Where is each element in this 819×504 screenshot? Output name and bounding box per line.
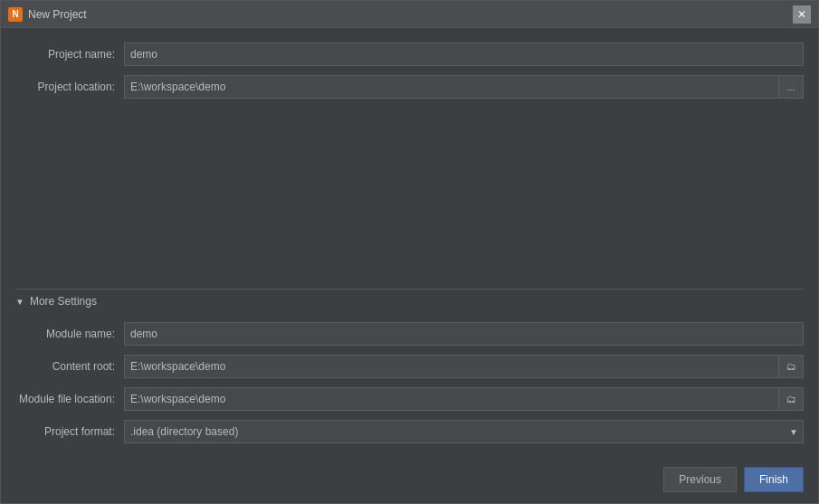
- more-settings-header[interactable]: ▼ More Settings: [15, 289, 804, 313]
- module-name-label: Module name:: [15, 328, 124, 340]
- module-file-location-browse-button[interactable]: 🗂: [778, 387, 804, 411]
- project-name-row: Project name:: [15, 43, 804, 66]
- module-file-location-label: Module file location:: [15, 393, 124, 405]
- dialog-title: New Project: [28, 8, 793, 21]
- project-name-input[interactable]: [124, 43, 804, 66]
- more-settings-section: ▼ More Settings Module name: Content roo…: [15, 289, 804, 452]
- content-spacer: [15, 108, 804, 289]
- project-format-row: Project format: .idea (directory based) …: [15, 420, 804, 443]
- collapse-arrow-icon: ▼: [15, 297, 24, 307]
- project-format-dropdown-wrapper: .idea (directory based) Eclipse (.classp…: [124, 420, 804, 443]
- more-settings-label: More Settings: [30, 295, 97, 308]
- project-location-field-group: ...: [124, 75, 804, 99]
- close-button[interactable]: ✕: [793, 5, 811, 24]
- content-root-field-group: 🗂: [124, 355, 804, 378]
- more-settings-form: Module name: Content root: 🗂 Module file…: [15, 322, 804, 443]
- content-root-label: Content root:: [15, 360, 124, 373]
- content-root-row: Content root: 🗂: [15, 355, 804, 378]
- dialog-footer: Previous Finish: [1, 460, 818, 503]
- module-file-location-row: Module file location: 🗂: [15, 387, 804, 411]
- project-format-select[interactable]: .idea (directory based) Eclipse (.classp…: [124, 420, 804, 443]
- module-name-row: Module name:: [15, 322, 804, 346]
- previous-button[interactable]: Previous: [663, 467, 737, 492]
- finish-button[interactable]: Finish: [744, 467, 804, 492]
- project-name-label: Project name:: [15, 48, 124, 61]
- new-project-dialog: N New Project ✕ Project name: Project lo…: [0, 0, 819, 504]
- project-location-label: Project location:: [15, 81, 124, 93]
- app-icon: N: [8, 7, 23, 22]
- project-location-input[interactable]: [124, 75, 778, 99]
- project-location-row: Project location: ...: [15, 75, 804, 99]
- module-file-location-field-group: 🗂: [124, 387, 804, 411]
- title-bar: N New Project ✕: [1, 1, 818, 28]
- content-root-input[interactable]: [124, 355, 778, 378]
- module-file-location-input[interactable]: [124, 387, 778, 411]
- module-name-input[interactable]: [124, 322, 804, 346]
- project-location-browse-button[interactable]: ...: [778, 75, 804, 99]
- content-root-browse-button[interactable]: 🗂: [778, 355, 804, 378]
- dialog-content: Project name: Project location: ... ▼ Mo…: [1, 28, 818, 460]
- project-format-label: Project format:: [15, 425, 124, 438]
